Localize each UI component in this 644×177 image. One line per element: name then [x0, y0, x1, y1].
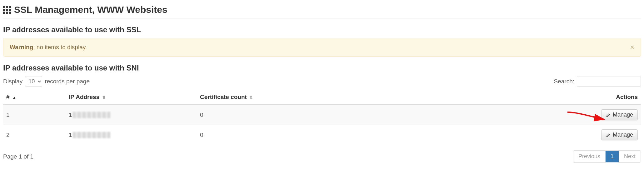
col-cert[interactable]: Certificate count ⇅ — [197, 90, 578, 105]
cell-ip: 1 — [66, 125, 197, 145]
ssl-empty-alert: Warning, no items to display. × — [3, 38, 641, 57]
grid-icon — [3, 6, 11, 14]
sort-icon: ⇅ — [250, 95, 253, 100]
pagination-previous[interactable]: Previous — [573, 151, 605, 162]
alert-text: , no items to display. — [33, 44, 87, 50]
display-label-pre: Display — [3, 78, 22, 85]
col-actions: Actions — [578, 90, 641, 105]
cell-cert: 0 — [197, 105, 578, 125]
manage-button[interactable]: Manage — [601, 129, 638, 140]
close-icon: × — [630, 43, 634, 51]
sni-section-heading: IP addresses available to use with SNI — [3, 64, 641, 72]
cell-ip: 1 — [66, 105, 197, 125]
col-ip-label: IP Address — [69, 94, 99, 100]
edit-icon — [606, 133, 611, 138]
sni-table: # ▲ IP Address ⇅ Certificate count ⇅ Act… — [3, 90, 641, 145]
col-ip[interactable]: IP Address ⇅ — [66, 90, 197, 105]
sort-icon: ⇅ — [102, 95, 106, 100]
col-cert-label: Certificate count — [200, 94, 247, 100]
col-actions-label: Actions — [616, 94, 638, 100]
page-title-text: SSL Management, WWW Websites — [14, 4, 167, 15]
manage-button-label: Manage — [613, 132, 633, 138]
ssl-section-heading: IP addresses available to use with SSL — [3, 25, 641, 34]
manage-button-label: Manage — [613, 112, 633, 118]
table-row: 1 1 0 Manage — [3, 105, 641, 125]
pagination-page-1[interactable]: 1 — [605, 151, 619, 162]
sort-asc-icon: ▲ — [12, 95, 16, 100]
display-label-post: records per page — [45, 78, 90, 85]
ip-obscured — [73, 112, 110, 118]
col-index[interactable]: # ▲ — [3, 90, 66, 105]
search-input[interactable] — [577, 76, 641, 87]
pagination: Previous 1 Next — [573, 150, 641, 163]
ip-prefix: 1 — [69, 132, 72, 138]
edit-icon — [606, 112, 611, 117]
alert-strong: Warning — [10, 44, 33, 50]
table-row: 2 1 0 Manage — [3, 125, 641, 145]
page-title: SSL Management, WWW Websites — [3, 3, 641, 18]
cell-index: 1 — [3, 105, 66, 125]
pagination-next[interactable]: Next — [619, 151, 641, 162]
col-index-label: # — [6, 94, 10, 100]
page-size-select[interactable]: 10 — [25, 76, 42, 87]
manage-button[interactable]: Manage — [601, 109, 638, 120]
ip-prefix: 1 — [69, 112, 72, 118]
ip-obscured — [73, 132, 110, 138]
cell-cert: 0 — [197, 125, 578, 145]
page-info: Page 1 of 1 — [3, 153, 33, 160]
search-label: Search: — [554, 78, 574, 85]
alert-close-button[interactable]: × — [628, 43, 636, 51]
cell-index: 2 — [3, 125, 66, 145]
